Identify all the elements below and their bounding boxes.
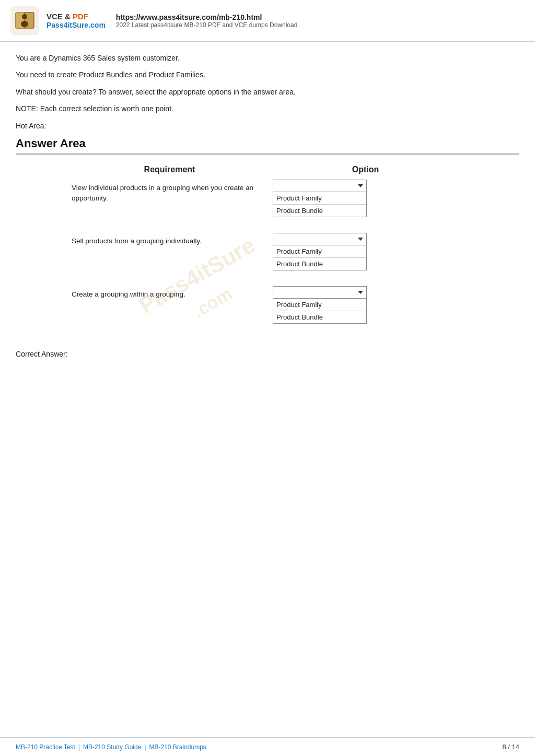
correct-answer-label: Correct Answer: xyxy=(16,350,519,358)
dropdown-1-options: Product Family Product Bundle xyxy=(273,192,367,217)
footer-link-1[interactable]: MB-210 Practice Test xyxy=(16,743,75,751)
footer-link-2[interactable]: MB-210 Study Guide xyxy=(83,743,141,751)
header-info: https://www.pass4itsure.com/mb-210.html … xyxy=(116,13,298,29)
site-name: Pass4itSure.com xyxy=(46,21,106,29)
requirement-1: View individual products in a grouping w… xyxy=(72,180,273,204)
dropdown-2-arrow xyxy=(358,238,363,241)
qa-row-1: View individual products in a grouping w… xyxy=(72,180,463,217)
logo-icon xyxy=(10,6,39,35)
question-line-5: Hot Area: xyxy=(16,120,519,132)
dropdown-3-options: Product Family Product Bundle xyxy=(273,299,367,324)
svg-point-4 xyxy=(22,14,27,19)
brand-name: VCE & PDF xyxy=(46,12,106,21)
qa-header: Requirement Option xyxy=(72,165,463,174)
option-1: Product Family Product Bundle xyxy=(273,180,463,217)
header: VCE & PDF Pass4itSure.com https://www.pa… xyxy=(0,0,535,42)
dropdown-1[interactable] xyxy=(273,180,367,192)
dropdown-1-option-2[interactable]: Product Bundle xyxy=(273,205,366,217)
dropdown-1-option-1[interactable]: Product Family xyxy=(273,192,366,205)
question-line-3: What should you create? To answer, selec… xyxy=(16,86,519,98)
question-line-2: You need to create Product Bundles and P… xyxy=(16,69,519,80)
header-brand: VCE & PDF Pass4itSure.com xyxy=(46,12,106,29)
question-line-4: NOTE: Each correct selection is worth on… xyxy=(16,103,519,114)
pdf-label: PDF xyxy=(73,12,88,21)
footer-link-3[interactable]: MB-210 Braindumps xyxy=(149,743,206,751)
dropdown-3[interactable] xyxy=(273,286,367,299)
answer-area-title: Answer Area xyxy=(16,137,519,155)
dropdown-3-option-2[interactable]: Product Bundle xyxy=(273,311,366,323)
qa-table: Requirement Option View individual produ… xyxy=(72,165,463,339)
qa-row-2: Sell products from a grouping individual… xyxy=(72,233,463,270)
footer-page: 8 / 14 xyxy=(502,743,519,751)
dropdown-2-option-2[interactable]: Product Bundle xyxy=(273,258,366,270)
dropdown-2-options: Product Family Product Bundle xyxy=(273,245,367,270)
footer-links: MB-210 Practice Test | MB-210 Study Guid… xyxy=(16,743,206,751)
header-url: https://www.pass4itsure.com/mb-210.html xyxy=(116,13,298,21)
dropdown-2[interactable] xyxy=(273,233,367,245)
option-3: Product Family Product Bundle xyxy=(273,286,463,324)
dropdown-3-option-1[interactable]: Product Family xyxy=(273,299,366,311)
header-description: 2022 Latest pass4itsure MB-210 PDF and V… xyxy=(116,21,298,29)
header-requirement: Requirement xyxy=(72,165,268,174)
footer-sep-2: | xyxy=(144,743,146,751)
qa-row-3: Create a grouping within a grouping. Pro… xyxy=(72,286,463,324)
requirement-3: Create a grouping within a grouping. xyxy=(72,286,273,300)
option-2: Product Family Product Bundle xyxy=(273,233,463,270)
dropdown-3-arrow xyxy=(358,291,363,294)
dropdown-2-option-1[interactable]: Product Family xyxy=(273,245,366,258)
header-option: Option xyxy=(268,165,463,174)
question-line-1: You are a Dynamics 365 Sales system cust… xyxy=(16,52,519,64)
svg-point-5 xyxy=(21,21,28,27)
and-label: & xyxy=(63,12,73,21)
vce-label: VCE xyxy=(46,12,63,21)
footer-sep-1: | xyxy=(78,743,80,751)
main-content: You are a Dynamics 365 Sales system cust… xyxy=(0,42,535,369)
dropdown-1-arrow xyxy=(358,184,363,187)
footer: MB-210 Practice Test | MB-210 Study Guid… xyxy=(0,737,535,756)
requirement-2: Sell products from a grouping individual… xyxy=(72,233,273,246)
